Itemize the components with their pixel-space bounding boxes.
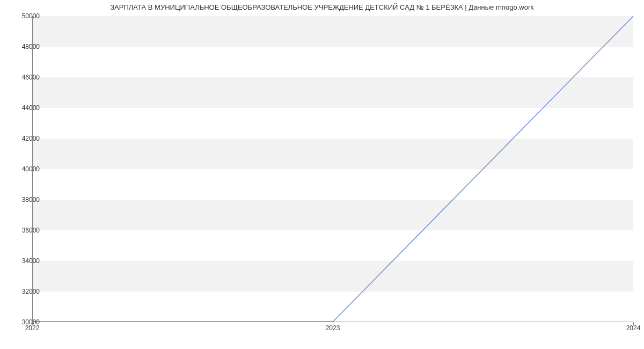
- x-tick-label: 2022: [25, 324, 40, 332]
- y-tick-label: 34000: [13, 257, 40, 265]
- y-tick-label: 40000: [13, 165, 40, 173]
- y-tick-label: 36000: [13, 227, 40, 234]
- x-tick-mark: [32, 322, 33, 325]
- y-tick-label: 44000: [13, 104, 40, 112]
- y-tick-label: 46000: [13, 74, 40, 81]
- y-tick-label: 38000: [13, 196, 40, 203]
- line-layer: [33, 16, 633, 322]
- chart-title: ЗАРПЛАТА В МУНИЦИПАЛЬНОЕ ОБЩЕОБРАЗОВАТЕЛ…: [0, 3, 644, 11]
- x-tick-mark: [333, 322, 333, 325]
- y-tick-label: 48000: [13, 43, 40, 50]
- series-line: [33, 16, 633, 322]
- x-tick-mark: [633, 322, 634, 325]
- y-tick-label: 42000: [13, 135, 40, 142]
- y-tick-label: 32000: [13, 288, 40, 295]
- x-tick-label: 2023: [326, 324, 340, 332]
- x-tick-label: 2024: [626, 324, 641, 332]
- chart-container: ЗАРПЛАТА В МУНИЦИПАЛЬНОЕ ОБЩЕОБРАЗОВАТЕЛ…: [0, 0, 644, 349]
- plot-area: [32, 16, 633, 322]
- y-tick-label: 50000: [13, 12, 40, 20]
